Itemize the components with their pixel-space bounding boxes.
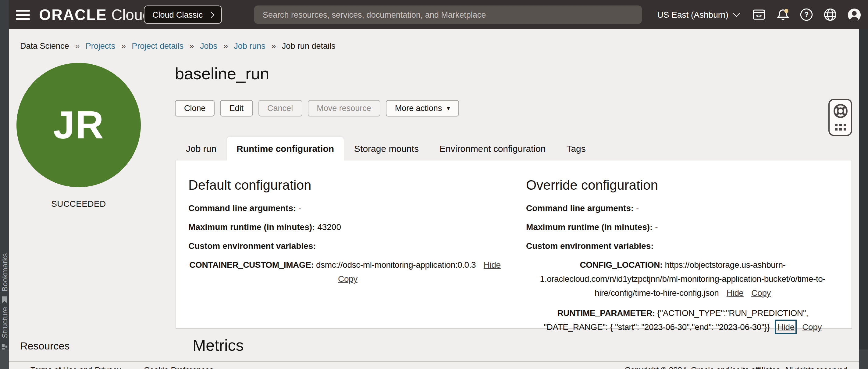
rail-footer-block [859,349,868,369]
edit-button[interactable]: Edit [220,100,253,116]
region-label: US East (Ashburn) [657,10,728,20]
tab-storage-mounts[interactable]: Storage mounts [344,137,429,161]
top-header: ORACLE Cloud Cloud Classic US East (Ashb… [0,0,868,29]
tab-runtime-configuration[interactable]: Runtime configuration [227,137,344,161]
breadcrumb-project-details[interactable]: Project details [132,41,184,51]
tab-environment-configuration[interactable]: Environment configuration [429,137,556,161]
svg-text:<>: <> [756,13,762,19]
search-input[interactable] [254,5,642,24]
help-launcher-widget[interactable] [828,99,852,136]
resources-section-title: Resources [20,340,70,352]
command-line-arguments-row: Command line arguments: - [526,202,839,214]
bookmarks-label: Bookmarks [0,253,9,291]
tab-tags[interactable]: Tags [556,137,596,161]
rail-item-structure[interactable]: Structure [0,307,9,353]
caret-down-icon: ▾ [447,105,450,111]
dots-grid-icon [835,124,846,131]
command-line-arguments-row: Command line arguments: - [188,202,502,214]
status-badge: SUCCEEDED [17,199,141,208]
runtime-configuration-panel: Default configuration Command line argum… [176,160,852,329]
cancel-button: Cancel [258,100,302,116]
language-globe-icon[interactable] [823,7,838,22]
override-configuration-title: Override configuration [526,177,839,193]
page-title: baseline_run [175,65,269,84]
move-resource-button: Move resource [308,100,380,116]
copy-link[interactable]: Copy [751,288,771,297]
breadcrumb-separator: » [223,41,228,51]
hide-link[interactable]: Hide [484,260,501,269]
header-right-cluster: US East (Ashburn) <> [654,0,861,29]
breadcrumb-separator: » [271,41,276,51]
svg-text:?: ? [804,11,809,19]
logo-brand: ORACLE [39,6,107,24]
tab-job-run[interactable]: Job run [176,137,227,161]
maximum-runtime-row: Maximum runtime (in minutes): - [526,221,839,233]
breadcrumb-job-runs[interactable]: Job runs [234,41,266,51]
help-icon[interactable]: ? [799,7,814,22]
bookmark-icon [1,295,8,306]
cloud-shell-icon[interactable]: <> [751,7,766,22]
oracle-cloud-console: ORACLE Cloud Cloud Classic US East (Ashb… [0,0,868,369]
action-buttons: Clone Edit Cancel Move resource More act… [175,100,459,116]
breadcrumb-job-run-details: Job run details [282,41,336,51]
copyright-text: Copyright © 2024, Oracle and/or its affi… [625,365,850,369]
terms-privacy-link[interactable]: Terms of Use and Privacy [30,365,121,369]
env-var-runtime-parameter: RUNTIME_PARAMETER: {"ACTION_TYPE":"RUN_P… [526,306,839,334]
more-actions-button[interactable]: More actions ▾ [386,100,459,116]
chevron-right-icon [208,11,214,18]
resource-avatar: JR [17,63,141,187]
more-actions-label: More actions [395,104,442,113]
cookie-preferences-link[interactable]: Cookie Preferences [144,365,213,369]
footer-links: Terms of Use and Privacy Cookie Preferen… [30,365,214,369]
clone-button[interactable]: Clone [175,100,215,116]
chevron-down-icon [733,10,740,17]
hide-link-focused[interactable]: Hide [777,322,795,332]
breadcrumb-jobs[interactable]: Jobs [200,41,217,51]
copy-link[interactable]: Copy [802,322,822,332]
cloud-classic-label: Cloud Classic [152,10,203,19]
copy-link[interactable]: Copy [338,274,358,284]
breadcrumb: Data Science » Projects » Project detail… [20,41,335,51]
notifications-bell-icon[interactable] [775,7,790,22]
hide-link[interactable]: Hide [726,288,744,297]
env-var-config-location: CONFIG_LOCATION: https://objectstorage.u… [526,258,839,300]
cloud-classic-button[interactable]: Cloud Classic [144,5,222,24]
rail-footer-block [0,349,9,369]
global-search [254,5,642,24]
breadcrumb-separator: » [189,41,194,51]
rail-item-bookmarks[interactable]: Bookmarks [0,253,9,306]
maximum-runtime-row: Maximum runtime (in minutes): 43200 [188,221,502,233]
override-configuration-section: Override configuration Command line argu… [514,161,851,328]
breadcrumb-separator: » [75,41,80,51]
detail-tabs: Job run Runtime configuration Storage mo… [176,137,596,161]
env-var-container-custom-image: CONTAINER_CUSTOM_IMAGE: dsmc://odsc-ml-m… [188,258,502,286]
avatar-initials: JR [53,103,104,148]
left-side-rail: Bookmarks Structure [0,0,9,369]
structure-label: Structure [0,307,9,338]
default-configuration-title: Default configuration [188,177,502,193]
right-side-rail [859,29,868,369]
region-selector[interactable]: US East (Ashburn) [654,9,742,20]
oracle-cloud-logo: ORACLE Cloud [39,0,151,29]
custom-env-variables-heading: Custom environment variables: [188,240,502,252]
user-avatar-icon[interactable] [847,7,861,22]
breadcrumb-separator: » [121,41,126,51]
custom-env-variables-heading: Custom environment variables: [526,240,839,252]
page-footer: Terms of Use and Privacy Cookie Preferen… [0,361,868,369]
hamburger-menu-icon[interactable] [16,8,30,21]
breadcrumb-projects[interactable]: Projects [86,41,116,51]
metrics-section-title: Metrics [193,336,244,355]
default-configuration-section: Default configuration Command line argum… [176,161,514,328]
breadcrumb-data-science: Data Science [20,41,69,51]
lifebuoy-icon [832,103,848,121]
